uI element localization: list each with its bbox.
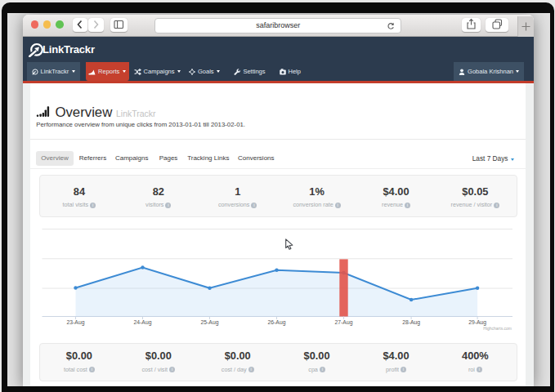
svg-text:Highcharts.com: Highcharts.com	[483, 325, 512, 330]
svg-text:26-Aug: 26-Aug	[267, 319, 285, 326]
svg-text:24-Aug: 24-Aug	[133, 319, 151, 326]
svg-text:27-Aug: 27-Aug	[334, 319, 352, 326]
svg-text:23-Aug: 23-Aug	[66, 319, 84, 326]
svg-text:25-Aug: 25-Aug	[200, 319, 218, 326]
svg-text:28-Aug: 28-Aug	[402, 319, 420, 326]
